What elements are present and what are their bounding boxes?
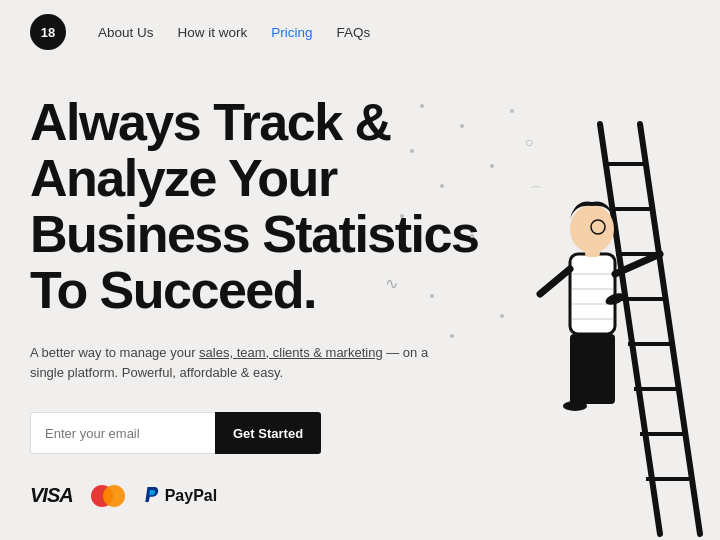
mc-circle-right bbox=[103, 485, 125, 507]
svg-point-24 bbox=[563, 401, 587, 411]
nav-how-it-works[interactable]: How it work bbox=[178, 25, 248, 40]
paypal-p-icon bbox=[143, 485, 161, 507]
man-on-ladder-svg bbox=[420, 44, 720, 540]
svg-point-22 bbox=[591, 220, 605, 234]
paypal-logo: PayPal bbox=[143, 485, 217, 507]
svg-rect-12 bbox=[570, 254, 615, 334]
nav-pricing[interactable]: Pricing bbox=[271, 25, 312, 40]
logo-text: 18 bbox=[41, 25, 55, 40]
nav-links: About Us How it work Pricing FAQs bbox=[98, 25, 370, 40]
mastercard-icon bbox=[91, 485, 125, 507]
visa-logo: VISA bbox=[30, 484, 73, 507]
nav-faqs[interactable]: FAQs bbox=[337, 25, 371, 40]
hero-subtitle: A better way to manage your sales, team,… bbox=[30, 343, 430, 385]
logo[interactable]: 18 bbox=[30, 14, 66, 50]
get-started-button[interactable]: Get Started bbox=[215, 412, 321, 454]
hero-section: ○ ⌒ ∿ Always Track & Analyze Your Busine… bbox=[0, 64, 720, 540]
email-input[interactable] bbox=[30, 412, 215, 454]
navbar: 18 About Us How it work Pricing FAQs bbox=[0, 0, 720, 64]
svg-rect-23 bbox=[570, 334, 615, 404]
paypal-text: PayPal bbox=[165, 487, 217, 505]
svg-line-18 bbox=[540, 269, 570, 294]
nav-about[interactable]: About Us bbox=[98, 25, 154, 40]
hero-illustration bbox=[420, 44, 720, 540]
